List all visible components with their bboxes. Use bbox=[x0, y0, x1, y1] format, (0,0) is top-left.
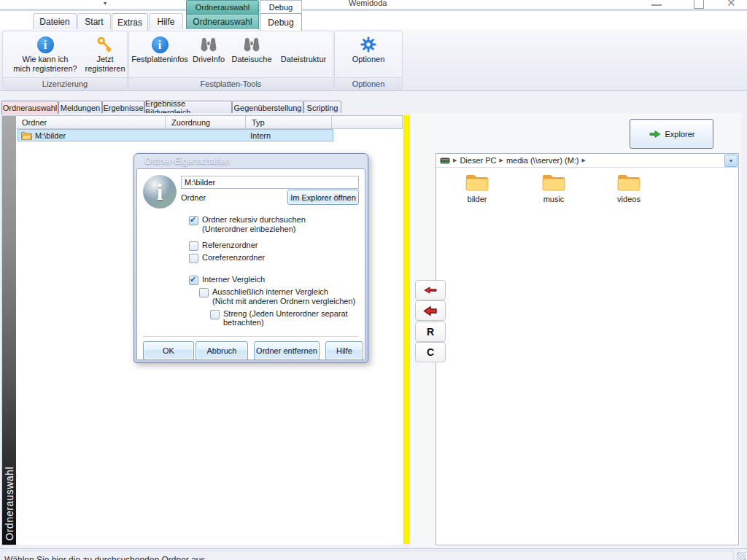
reference-folder-button[interactable]: R bbox=[415, 322, 446, 342]
checkbox-label: Interner Vergleich bbox=[202, 275, 265, 284]
folder-item-videos[interactable]: videos bbox=[594, 172, 664, 203]
ribbon-gap bbox=[0, 91, 747, 100]
button-label: Optionen bbox=[352, 55, 385, 64]
ribbon-group-festplatten-tools: i Festplatteninfos DriveInfo Dateisuche … bbox=[128, 31, 333, 90]
quick-access-chevron-icon[interactable]: ▾ bbox=[104, 1, 107, 7]
breadcrumb-item-media-server[interactable]: media (\\server) (M:) bbox=[506, 156, 579, 165]
status-text: Wählen Sie hier die zu durchsuchenden Or… bbox=[4, 555, 206, 560]
ribbon-tab-debug[interactable]: Debug bbox=[260, 13, 302, 31]
ribbon-tab-hilfe[interactable]: Hilfe bbox=[149, 13, 183, 29]
binoculars-icon bbox=[200, 34, 217, 55]
checkbox-interner-vergleich[interactable] bbox=[189, 276, 198, 285]
resize-grip-icon[interactable] bbox=[737, 552, 746, 560]
folder-label: bilder bbox=[468, 195, 487, 203]
add-folder-arrow-bold-button[interactable] bbox=[415, 300, 446, 321]
dateisuche-button[interactable]: Dateisuche bbox=[229, 33, 274, 77]
checkbox-sublabel: (Unterordner einbeziehen) bbox=[202, 225, 295, 233]
sidebar-label: Ordnerauswahl bbox=[4, 462, 15, 545]
driveinfo-button[interactable]: DriveInfo bbox=[190, 33, 228, 77]
folder-path-field[interactable] bbox=[181, 176, 359, 189]
coreference-folder-button[interactable]: C bbox=[415, 342, 446, 362]
cell-ordner: M:\bilder bbox=[32, 131, 66, 140]
checkbox-streng[interactable] bbox=[210, 310, 220, 319]
info-icon: i bbox=[37, 34, 54, 55]
checkbox-label: Coreferenzordner bbox=[202, 253, 265, 262]
ribbon: i Wie kann ich mich registrieren? Jetzt … bbox=[0, 29, 747, 91]
breadcrumb-item-dieser-pc[interactable]: Dieser PC bbox=[460, 156, 496, 165]
drive-icon bbox=[440, 156, 450, 165]
minimize-button[interactable] bbox=[651, 4, 662, 6]
festplatteninfos-button[interactable]: i Festplatteninfos bbox=[131, 33, 188, 77]
green-arrow-icon bbox=[649, 129, 662, 139]
status-bar: Wählen Sie hier die zu durchsuchenden Or… bbox=[0, 548, 747, 560]
button-label: Wie kann ich bbox=[23, 55, 69, 64]
column-header-ordner[interactable]: Ordner bbox=[16, 116, 166, 129]
dialog-separator bbox=[143, 336, 359, 337]
ribbon-tab-start[interactable]: Start bbox=[77, 13, 111, 29]
ribbon-tab-dateien[interactable]: Dateien bbox=[33, 13, 77, 29]
dateistruktur-button[interactable]: Dateistruktur bbox=[276, 33, 331, 77]
button-label: Dateistruktur bbox=[281, 55, 326, 64]
explorer-button-label: Explorer bbox=[665, 130, 695, 139]
checkbox-rekursiv[interactable] bbox=[189, 216, 198, 225]
breadcrumb[interactable]: ▶ Dieser PC ▶ media (\\server) (M:) ▶ ▾ bbox=[436, 154, 738, 168]
checkbox-label: Streng (Jeden Unterordner separat betrac… bbox=[223, 309, 365, 327]
view-tab-scripting[interactable]: Scripting bbox=[303, 101, 341, 114]
breadcrumb-separator-icon: ▶ bbox=[582, 158, 586, 163]
button-label: Jetzt bbox=[96, 55, 113, 64]
optionen-button[interactable]: Optionen bbox=[339, 33, 398, 77]
checkbox-coreferenzordner[interactable] bbox=[189, 254, 198, 263]
view-tab-ergebnisse-bildvergleich[interactable]: Ergebnisse Bildvergleich bbox=[144, 101, 232, 114]
ribbon-tab-ordnerauswahl[interactable]: Ordnerauswahl bbox=[186, 13, 259, 29]
checkbox-label: Referenzordner bbox=[202, 241, 258, 249]
view-tab-row: Ordnerauswahl Meldungen Ergebnisse Ergeb… bbox=[0, 100, 747, 114]
open-in-explorer-button[interactable]: Im Explorer öffnen bbox=[287, 190, 359, 205]
window-title: Wemidoda bbox=[349, 0, 387, 7]
remove-folder-button[interactable]: Ordner entfernen bbox=[254, 341, 320, 360]
folder-item-music[interactable]: music bbox=[519, 172, 589, 203]
folder-open-icon bbox=[21, 131, 32, 140]
register-now-button[interactable]: Jetzt registrieren bbox=[85, 33, 125, 77]
maximize-button[interactable] bbox=[694, 0, 704, 9]
folder-item-bilder[interactable]: bilder bbox=[442, 172, 512, 203]
button-label: DriveInfo bbox=[193, 55, 225, 64]
folder-label: videos bbox=[617, 195, 640, 203]
view-tab-gegenueberstellung[interactable]: Gegenüberstellung bbox=[232, 101, 303, 114]
breadcrumb-dropdown-button[interactable]: ▾ bbox=[724, 155, 738, 167]
view-tab-meldungen[interactable]: Meldungen bbox=[58, 101, 102, 114]
cancel-button[interactable]: Abbruch bbox=[196, 341, 248, 360]
checkbox-ausschliesslich-intern[interactable] bbox=[199, 288, 209, 298]
dialog-title: Ordner-Eigenschaften bbox=[144, 156, 230, 166]
ribbon-group-lizenzierung: i Wie kann ich mich registrieren? Jetzt … bbox=[2, 31, 128, 90]
view-tab-ordnerauswahl[interactable]: Ordnerauswahl bbox=[1, 101, 58, 114]
dialog-body: i Ordner Im Explorer öffnen Ordner rekur… bbox=[136, 168, 365, 360]
breadcrumb-separator-icon: ▶ bbox=[453, 158, 457, 163]
info-orb-icon: i bbox=[143, 175, 177, 209]
contextual-header-debug: Debug bbox=[260, 0, 302, 15]
ribbon-tab-row: Dateien Start Extras Hilfe Ordnerauswahl… bbox=[0, 11, 747, 29]
checkbox-label: Ausschließlich interner Vergleich bbox=[212, 287, 328, 296]
explorer-button[interactable]: Explorer bbox=[630, 119, 713, 149]
checkbox-label: Ordner rekursiv durchsuchen bbox=[202, 215, 306, 224]
button-label: Dateisuche bbox=[231, 55, 271, 64]
add-folder-arrow-button[interactable] bbox=[415, 280, 446, 300]
button-label: registrieren bbox=[85, 64, 125, 74]
button-label: Festplatteninfos bbox=[131, 55, 188, 64]
register-how-button[interactable]: i Wie kann ich mich registrieren? bbox=[7, 33, 84, 77]
contextual-header-ordnerauswahl: Ordnerauswahl bbox=[186, 0, 259, 15]
gear-icon bbox=[360, 34, 377, 55]
red-arrow-left-bold-icon bbox=[423, 306, 438, 316]
group-label: Lizenzierung bbox=[3, 77, 127, 90]
help-button[interactable]: Hilfe bbox=[325, 341, 363, 360]
ok-button[interactable]: OK bbox=[143, 341, 194, 360]
table-row[interactable]: M:\bilder Intern bbox=[18, 129, 333, 141]
folder-icon bbox=[465, 172, 489, 192]
column-header-zuordnung[interactable]: Zuordnung bbox=[166, 116, 246, 129]
folder-label: music bbox=[543, 195, 565, 203]
ribbon-tab-extras[interactable]: Extras bbox=[112, 13, 148, 31]
checkbox-referenzordner[interactable] bbox=[189, 241, 198, 251]
view-tab-ergebnisse[interactable]: Ergebnisse bbox=[102, 101, 144, 114]
close-button[interactable]: ✕ bbox=[727, 0, 736, 9]
column-header-typ[interactable]: Typ bbox=[246, 116, 332, 129]
sidebar-ordnerauswahl[interactable]: Ordnerauswahl bbox=[1, 115, 18, 545]
